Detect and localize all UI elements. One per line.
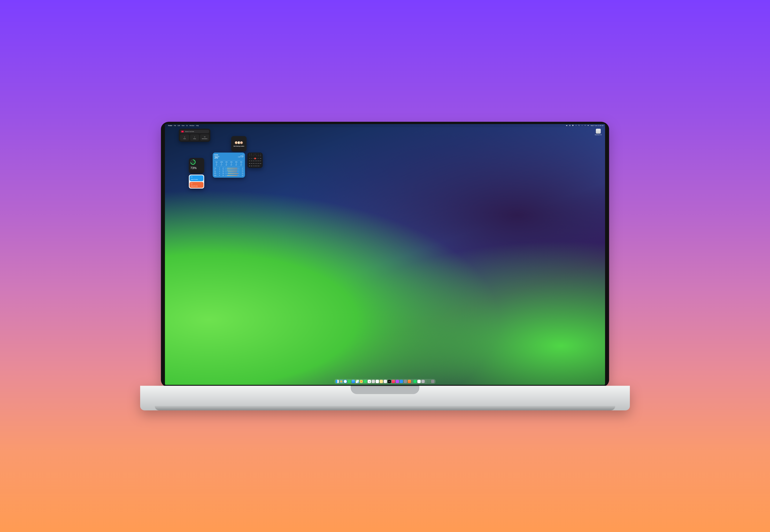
calendar-day[interactable]: 26 xyxy=(250,165,252,167)
calendar-day[interactable]: 11 xyxy=(248,160,250,162)
search-icon[interactable] xyxy=(578,125,580,127)
calendar-day[interactable]: 14 xyxy=(254,160,256,162)
mail-icon[interactable] xyxy=(566,125,568,127)
calendar-day[interactable]: 27 xyxy=(252,165,254,167)
calendar-day[interactable]: 3 xyxy=(260,155,261,157)
youtube-widget[interactable]: Search YouTube ⌂Home♪Library▭Subscriptio… xyxy=(179,129,210,142)
calendar-day[interactable]: 15 xyxy=(256,160,258,162)
calendar-day[interactable]: 28 xyxy=(248,155,250,157)
reminder-card[interactable]: Show Pro Doc xyxy=(189,182,203,188)
weather-hilo: H:40° L:29° xyxy=(238,156,243,157)
dock-app-photos[interactable] xyxy=(359,380,363,383)
battery-icon[interactable] xyxy=(588,125,589,127)
weather-day-lo: 29° xyxy=(221,169,224,171)
sync-icon[interactable] xyxy=(575,125,577,127)
dock-app-safari[interactable] xyxy=(343,380,347,383)
dock-app-reminders[interactable] xyxy=(375,380,379,383)
calendar-day[interactable]: 10 xyxy=(260,158,261,159)
calendar-dow: W xyxy=(254,154,256,155)
dock-app-mail[interactable] xyxy=(351,380,355,383)
calendar-day[interactable]: 1 xyxy=(256,155,258,157)
weather-hour: 3PM☀︎40° xyxy=(234,161,238,165)
calendar-day[interactable]: 18 xyxy=(248,163,250,164)
youtube-tile-library[interactable]: ♪Library xyxy=(190,134,199,141)
youtube-tile-home[interactable]: ⌂Home xyxy=(180,134,189,141)
dock-app-appstore[interactable] xyxy=(400,380,403,383)
calendar-day[interactable]: 13 xyxy=(252,160,254,162)
calendar-day[interactable]: 19 xyxy=(250,163,252,164)
youtube-search[interactable]: Search YouTube xyxy=(180,130,209,133)
dock-app-tv[interactable]: tv xyxy=(388,380,391,383)
menu-go[interactable]: Go xyxy=(186,125,188,126)
calendar-day[interactable]: 23 xyxy=(258,163,260,164)
dock-app-messages[interactable] xyxy=(347,380,351,383)
calendar-widget[interactable]: SMTWTFS 28293031123456789101112131415161… xyxy=(247,153,263,168)
calendar-day[interactable]: 20 xyxy=(252,163,254,164)
dock-app-calendar[interactable] xyxy=(367,380,371,383)
menu-file[interactable]: File xyxy=(174,125,176,126)
calendar-day[interactable]: 2 xyxy=(258,155,260,157)
calendar-day[interactable]: 28 xyxy=(254,165,256,167)
dock-app-notes[interactable] xyxy=(379,380,383,383)
laptop-chin xyxy=(155,406,615,410)
menu-edit[interactable]: Edit xyxy=(177,125,180,126)
dock-app-music[interactable] xyxy=(392,380,395,383)
calendar-day[interactable]: 1 xyxy=(260,165,261,167)
calendar-day[interactable]: 31 xyxy=(254,155,256,157)
menubar-clock[interactable]: Wed 7 Jun 11:46 AM xyxy=(591,125,603,126)
dock-app-spotify[interactable] xyxy=(413,380,417,383)
weather-hour: Now☀︎36° xyxy=(214,161,219,165)
control-center-icon[interactable] xyxy=(581,125,583,127)
dock-app-slack[interactable] xyxy=(417,380,421,383)
desktop-disk[interactable]: Macintosh HD xyxy=(595,129,602,135)
dock-app-trash[interactable] xyxy=(431,380,435,383)
calendar-day[interactable]: 30 xyxy=(258,165,260,167)
battery-widget[interactable]: 73% xyxy=(189,158,204,173)
calendar-day[interactable]: 9 xyxy=(258,158,260,159)
menu-app-name[interactable]: Finder xyxy=(168,125,172,126)
calendar-day[interactable]: 16 xyxy=(258,160,260,162)
calendar-day[interactable]: 25 xyxy=(248,165,250,167)
dock-app-podcasts[interactable] xyxy=(396,380,399,383)
menu-view[interactable]: View xyxy=(181,125,184,126)
weather-widget[interactable]: Noida 36° ☀︎ Sunny H:40° L:29° Now☀︎36°1… xyxy=(213,153,245,178)
menu-help[interactable]: Help xyxy=(196,125,199,126)
calendar-day[interactable]: 21 xyxy=(254,163,256,164)
calendar-day[interactable]: 17 xyxy=(260,160,261,162)
calendar-day[interactable]: 6 xyxy=(252,158,254,159)
calendar-day[interactable]: 30 xyxy=(252,155,254,157)
calendar-dow: T xyxy=(256,154,258,155)
shield-icon[interactable] xyxy=(572,125,574,127)
calendar-day[interactable]: 29 xyxy=(256,165,258,167)
calendar-day[interactable]: 24 xyxy=(260,163,261,164)
findmy-widget[interactable]: Start Sharing Location xyxy=(231,136,246,151)
calendar-day[interactable]: 4 xyxy=(248,158,250,159)
calendar-day[interactable]: 29 xyxy=(250,155,252,157)
dock-app-wand[interactable] xyxy=(427,380,431,383)
dock-app-home[interactable] xyxy=(408,380,411,383)
reminder-card[interactable]: Apple Promise xyxy=(189,175,203,181)
youtube-search-placeholder: Search YouTube xyxy=(185,131,194,132)
dock-app-facetime[interactable] xyxy=(363,380,367,383)
dropbox-icon[interactable] xyxy=(569,125,571,127)
dock-app-maps[interactable] xyxy=(355,380,359,383)
calendar-day[interactable]: 12 xyxy=(250,160,252,162)
calendar-day[interactable]: 5 xyxy=(250,158,252,159)
calendar-day[interactable]: 7 xyxy=(254,158,256,159)
wifi-icon[interactable] xyxy=(585,125,586,127)
youtube-tile-subscriptions[interactable]: ▭Subscriptions xyxy=(200,134,209,141)
dock-app-system-settings[interactable] xyxy=(404,380,407,383)
calendar-day[interactable]: 22 xyxy=(256,163,258,164)
dock-app-preview[interactable] xyxy=(421,380,425,383)
menu-window[interactable]: Window xyxy=(189,125,194,126)
weather-range-bar xyxy=(225,170,239,170)
weather-hour-temp: 39° xyxy=(229,164,234,165)
calendar-day[interactable]: 8 xyxy=(256,158,258,159)
reminders-widget[interactable]: Apple PromiseShow Pro Doc xyxy=(189,175,204,189)
dock-app-finder[interactable] xyxy=(335,380,339,383)
dock-app-freeform[interactable] xyxy=(383,380,387,383)
weather-hour-time: 4PM xyxy=(239,161,243,163)
dock-app-launchpad[interactable] xyxy=(339,380,343,383)
dock-app-contacts[interactable] xyxy=(371,380,375,383)
desktop[interactable]: Finder File Edit View Go Window Help Wed… xyxy=(165,124,605,385)
